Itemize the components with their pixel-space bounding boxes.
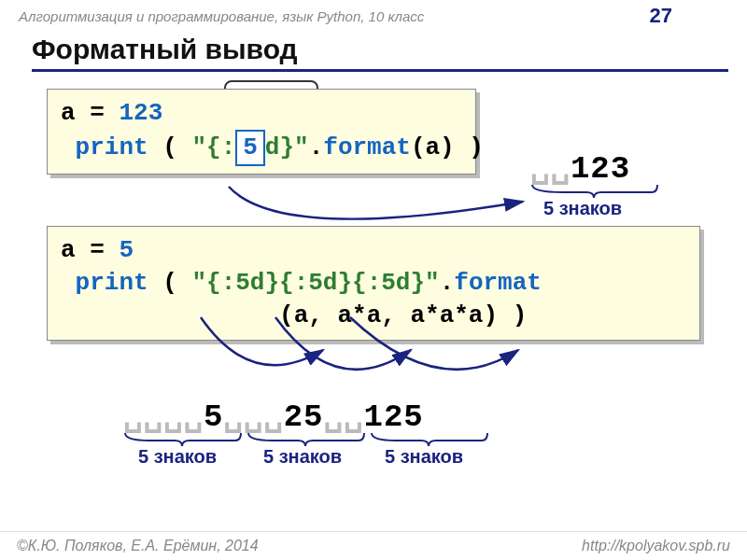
- output-2: ␣␣␣␣5␣␣␣25␣␣125: [123, 396, 424, 435]
- brace-label-2c: 5 знаков: [385, 446, 463, 468]
- code-line-2c: (a, a*a, a*a*a) ): [61, 300, 686, 332]
- highlight-5: 5: [235, 130, 265, 166]
- code-line-2a: a = 5: [61, 234, 686, 267]
- page-title: Форматный вывод: [0, 30, 747, 67]
- footer-url: http://kpolyakov.spb.ru: [582, 538, 730, 554]
- footer-copyright: ©К.Ю. Поляков, Е.А. Ерёмин, 2014: [17, 538, 259, 554]
- footer: ©К.Ю. Поляков, Е.А. Ерёмин, 2014 http://…: [0, 531, 747, 560]
- code-box-1: a = 123 print ( "{:5d}".format(a) ): [47, 89, 476, 175]
- header: Алгоритмизация и программирование, язык …: [0, 0, 747, 30]
- page-number: 27: [650, 4, 672, 28]
- code-line-1b: print ( "{:5d}".format(a) ): [61, 130, 462, 166]
- code-line-1a: a = 123: [61, 97, 462, 130]
- brace-label-2a: 5 знаков: [138, 446, 217, 468]
- brace-label-1: 5 знаков: [543, 198, 622, 219]
- code-box-2: a = 5 print ( "{:5d}{:5d}{:5d}".format (…: [47, 226, 700, 341]
- chapter-text: Алгоритмизация и программирование, язык …: [19, 8, 424, 24]
- output-1: ␣␣123: [530, 147, 630, 187]
- title-rule: [32, 69, 728, 72]
- brace-label-2b: 5 знаков: [263, 446, 342, 468]
- code-line-2b: print ( "{:5d}{:5d}{:5d}".format: [61, 267, 686, 300]
